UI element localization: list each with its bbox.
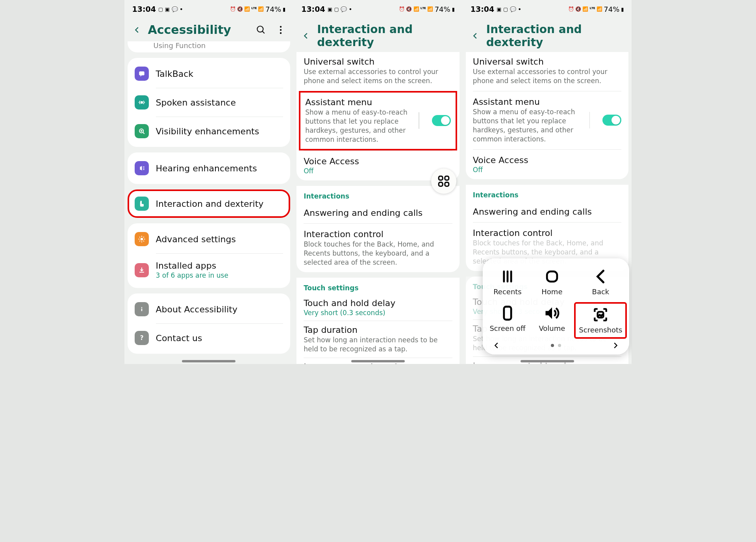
page-title: Accessibility bbox=[148, 23, 250, 37]
list-item-universal-switch[interactable]: Universal switch Use external accessorie… bbox=[296, 52, 460, 91]
status-bar: 13:04 ▣ ▢ 💬 • ⏰ 🔇 📶 ᴸᵀᴱ 📶 74% ▮ bbox=[293, 0, 463, 17]
assistant-item-label: Screen off bbox=[489, 324, 525, 332]
row-title: Answering and ending calls bbox=[304, 208, 452, 218]
assistant-menu-toggle[interactable] bbox=[432, 115, 451, 126]
voice-icon bbox=[135, 95, 149, 110]
list-group: TalkBack Spoken assistance Visibility en… bbox=[128, 58, 291, 147]
list-group-highlighted: Interaction and dexterity bbox=[128, 189, 291, 218]
screenshot-icon bbox=[592, 306, 609, 323]
status-indicator-icons: ▣ ▢ 💬 • bbox=[497, 6, 521, 12]
assistant-next-button[interactable] bbox=[611, 341, 620, 350]
list-group: About Accessibility ? Contact us bbox=[128, 293, 291, 354]
list-item-contact-us[interactable]: ? Contact us bbox=[128, 324, 291, 352]
list-item-hearing[interactable]: Hearing enhancements bbox=[128, 154, 291, 182]
assistant-panel-nav bbox=[485, 340, 627, 351]
list-item-visibility[interactable]: Visibility enhancements bbox=[128, 117, 291, 145]
phone-screen-3: 13:04 ▣ ▢ 💬 • ⏰ 🔇 📶 ᴸᵀᴱ 📶 74% ▮ Interact… bbox=[463, 0, 632, 364]
more-menu-icon[interactable] bbox=[275, 24, 286, 35]
battery-text: 74% bbox=[604, 5, 619, 13]
assistant-item-label: Back bbox=[592, 288, 610, 296]
back-button[interactable] bbox=[300, 30, 311, 41]
assistant-item-volume[interactable]: Volume bbox=[530, 302, 574, 339]
status-bar: 13:04 ▢ ▣ 💬 • ⏰ 🔇 📶 ᴸᵀᴱ 📶 74% ▮ bbox=[124, 0, 294, 17]
app-bar: Interaction and dexterity bbox=[293, 17, 463, 54]
battery-text: 74% bbox=[435, 5, 450, 13]
row-title: Interaction and dexterity bbox=[156, 199, 284, 209]
list-item-answering-calls[interactable]: Answering and ending calls bbox=[466, 201, 629, 222]
chat-icon bbox=[135, 67, 149, 81]
list-item-talkback[interactable]: TalkBack bbox=[128, 59, 291, 88]
svg-rect-15 bbox=[445, 182, 449, 186]
nav-handle[interactable] bbox=[521, 360, 574, 362]
list-item-assistant-menu[interactable]: Assistant menu Show a menu of easy-to-re… bbox=[299, 91, 457, 150]
battery-icon: ▮ bbox=[621, 6, 624, 12]
status-time: 13:04 bbox=[301, 5, 325, 13]
list-item-advanced[interactable]: Advanced settings bbox=[128, 225, 291, 253]
app-bar: Interaction and dexterity bbox=[463, 17, 632, 54]
section-header: Interactions bbox=[466, 185, 629, 201]
row-title: Hearing enhancements bbox=[156, 163, 284, 173]
list-item-interaction-control[interactable]: Interaction control Block touches for th… bbox=[296, 224, 460, 273]
list-item-voice-access[interactable]: Voice Access Off bbox=[466, 150, 629, 179]
svg-rect-4 bbox=[139, 71, 144, 75]
list-item-tap-duration[interactable]: Tap duration Set how long an interaction… bbox=[296, 321, 460, 358]
assistant-item-home[interactable]: Home bbox=[530, 265, 574, 299]
page-dot bbox=[558, 344, 561, 347]
row-title: Ignore repeated touches bbox=[304, 362, 452, 364]
list-item-interaction-dexterity[interactable]: Interaction and dexterity bbox=[129, 191, 289, 216]
gear-icon bbox=[135, 232, 149, 246]
svg-text:?: ? bbox=[140, 334, 143, 342]
status-system-icons: ⏰ 🔇 📶 ᴸᵀᴱ 📶 bbox=[230, 6, 264, 12]
row-subtitle: Show a menu of easy-to-reach buttons tha… bbox=[305, 108, 410, 144]
list-item-assistant-menu[interactable]: Assistant menu Show a menu of easy-to-re… bbox=[466, 91, 629, 149]
row-title: Assistant menu bbox=[305, 97, 410, 107]
row-title: Voice Access bbox=[304, 156, 452, 166]
home-icon bbox=[547, 271, 557, 282]
recents-icon bbox=[504, 271, 511, 282]
screenoff-icon bbox=[504, 307, 511, 320]
phone-screen-1: 13:04 ▢ ▣ 💬 • ⏰ 🔇 📶 ᴸᵀᴱ 📶 74% ▮ Accessib… bbox=[124, 0, 294, 364]
row-subtitle: 3 of 6 apps are in use bbox=[156, 271, 284, 279]
list-item-installed-apps[interactable]: Installed apps 3 of 6 apps are in use bbox=[128, 254, 291, 286]
assistant-item-label: Home bbox=[541, 288, 562, 296]
list-item-answering-calls[interactable]: Answering and ending calls bbox=[296, 202, 460, 223]
svg-rect-14 bbox=[439, 182, 443, 186]
status-indicator-icons: ▢ ▣ 💬 • bbox=[158, 6, 183, 12]
list-group: Touch and hold delay Very short (0.3 sec… bbox=[296, 294, 460, 364]
battery-text: 74% bbox=[265, 5, 281, 13]
assistant-item-back[interactable]: Back bbox=[574, 265, 627, 299]
back-icon bbox=[598, 271, 604, 282]
row-subtitle: Use external accessories to control your… bbox=[473, 67, 622, 85]
assistant-prev-button[interactable] bbox=[492, 341, 501, 350]
list-item-about[interactable]: About Accessibility bbox=[128, 295, 291, 323]
nav-handle[interactable] bbox=[351, 360, 405, 362]
row-subtitle: Block touches for the Back, Home, and Re… bbox=[304, 240, 452, 267]
row-title: Installed apps bbox=[156, 261, 284, 271]
back-button[interactable] bbox=[470, 30, 481, 41]
search-icon[interactable] bbox=[256, 24, 267, 35]
status-indicator-icons: ▣ ▢ 💬 • bbox=[328, 6, 352, 12]
assistant-item-screenshots[interactable]: Screenshots bbox=[574, 302, 627, 339]
back-button[interactable] bbox=[132, 24, 143, 35]
svg-rect-10 bbox=[141, 308, 142, 311]
list-item-touch-hold-delay[interactable]: Touch and hold delay Very short (0.3 sec… bbox=[296, 294, 460, 321]
row-title: TalkBack bbox=[156, 69, 284, 79]
list-item-spoken-assistance[interactable]: Spoken assistance bbox=[128, 88, 291, 117]
row-title: Assistant menu bbox=[473, 97, 581, 107]
list-group: Advanced settings Installed apps 3 of 6 … bbox=[128, 223, 291, 288]
assistant-item-screen-off[interactable]: Screen off bbox=[485, 302, 530, 339]
app-bar: Accessibility bbox=[124, 17, 294, 41]
assistant-item-recents[interactable]: Recents bbox=[485, 265, 530, 299]
assistant-floating-button[interactable] bbox=[431, 169, 456, 194]
assistant-item-label: Volume bbox=[539, 324, 565, 332]
nav-handle[interactable] bbox=[182, 360, 235, 362]
phone-screen-2: 13:04 ▣ ▢ 💬 • ⏰ 🔇 📶 ᴸᵀᴱ 📶 74% ▮ Interact… bbox=[293, 0, 463, 364]
row-title: Contact us bbox=[156, 333, 284, 343]
assistant-menu-toggle[interactable] bbox=[602, 115, 621, 126]
list-item-universal-switch[interactable]: Universal switch Use external accessorie… bbox=[466, 52, 629, 91]
row-title: About Accessibility bbox=[156, 304, 284, 314]
svg-point-5 bbox=[140, 101, 143, 104]
zoom-icon bbox=[135, 124, 149, 138]
row-title: Answering and ending calls bbox=[473, 207, 622, 217]
status-time: 13:04 bbox=[132, 5, 156, 13]
